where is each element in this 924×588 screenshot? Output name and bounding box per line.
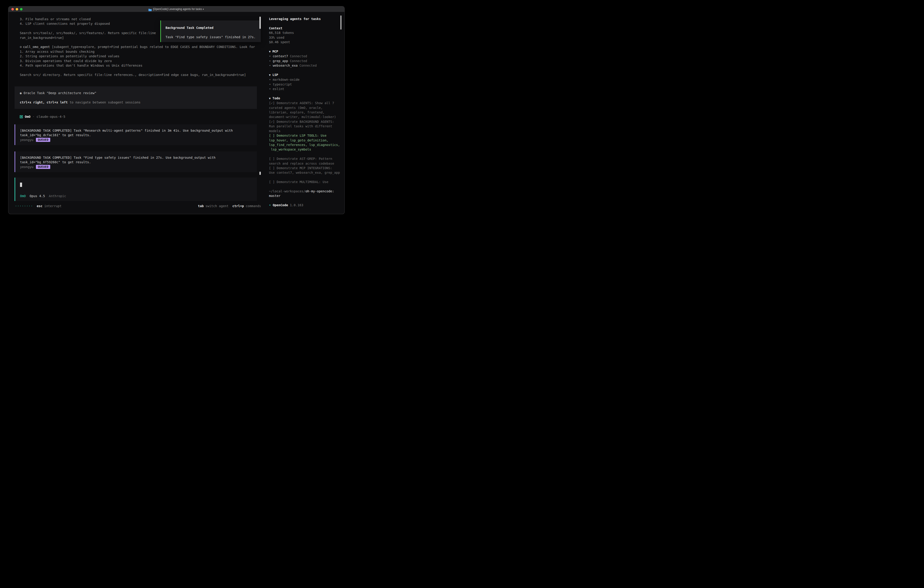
workspace-path: ~/local-workspaces/oh-my-opencode: [269,189,341,193]
todo-item: [✓] Demonstrate AGENTS: Show all 7 curat… [269,101,341,119]
ctrlp-key-label: commands [246,204,261,208]
bullet-icon: • [269,64,271,67]
agent-name: OmO [25,114,30,119]
bullet-icon: • [269,83,271,86]
folder-icon [148,8,152,10]
hint-text: to navigate between subagent sessions [68,101,140,104]
background-task-toast[interactable]: Background Task Completed Task "Find typ… [160,20,261,42]
bullet-icon: • [269,55,271,58]
bullet-icon: • [269,87,271,91]
input-meta-row: OmO Opus 4.5 Anthropic [20,194,252,198]
message-author: yeongyu [20,137,33,142]
tool-call-item: 2. String operations on potentially unde… [20,54,257,58]
input-model-name: Opus 4.5 [30,194,45,198]
collapse-triangle-icon [269,50,272,53]
chat-scrollbar-thumb[interactable] [259,17,261,29]
mcp-item: •context7Connected [269,54,341,58]
mcp-item: •grep_appConnected [269,59,341,63]
tool-call-line: call_omo_agent [subagent_type=explore, p… [20,45,257,49]
workspace-branch: master [269,193,341,198]
collapse-triangle-icon [269,96,272,100]
bullet-icon: • [269,59,271,63]
esc-key-label: interrupt [45,204,62,208]
gear-icon [20,45,23,49]
prompt-input[interactable]: OmO Opus 4.5 Anthropic [15,178,257,201]
close-button[interactable] [12,8,14,10]
tool-call-item: 3. Division operations that could divide… [20,59,257,63]
todo-item: [ ] Demonstrate MCP INTEGRATIONS: Use co… [269,166,341,175]
chat-scrollbar-thumb-bottom[interactable] [259,172,261,175]
tool-call-item: 1. Array access without bounds checking [20,50,257,54]
tab-key-label: switch agent [206,204,228,208]
sidebar-scrollbar-thumb[interactable] [340,15,342,30]
input-provider-name: Anthropic [49,194,66,198]
ctrlp-key-hint: ctrl+p [233,204,244,208]
traffic-lights [12,8,23,10]
status-badge: QUEUED [36,138,50,142]
text-cursor [20,183,22,187]
oracle-task-panel[interactable]: ◉ Oracle Task "Deep architecture review"… [15,86,257,109]
context-heading: Context [269,26,341,30]
bullet-icon: • [269,78,271,81]
session-sidebar: Leveraging agents for tasks Context 66,5… [265,12,345,214]
window-content: 3. File handles or streams not closed 4.… [8,12,345,214]
todo-item: [✓] Demonstrate BACKGROUND AGENTS: Run p… [269,119,341,133]
message-text: [BACKGROUND TASK COMPLETED] Task "Find t… [20,155,252,160]
app-version-footer: •OpenCode1.0.163 [269,203,341,207]
toast-body: Task "Find type safety issues" finished … [165,35,261,39]
mcp-section-heading[interactable]: MCP [269,49,341,54]
todo-section-heading[interactable]: Todo [269,96,341,101]
tab-key-hint: tab [198,204,204,208]
context-tokens: 66,518 tokens [269,30,341,35]
lsp-section-heading[interactable]: LSP [269,73,341,77]
main-panel: 3. File handles or streams not closed 4.… [8,12,265,214]
hint-keys: ctrl+x right, ctrl+x left [20,101,68,104]
collapse-triangle-icon [269,73,272,77]
message-text: task_id="bg_dcfac161" to get results. [20,133,252,137]
context-used: 33% used [269,35,341,40]
agent-square-icon [20,115,23,118]
window-title-text: [OpenCode] Leveraging agents for tasks ◐ [153,7,205,12]
toast-title: Background Task Completed [165,25,261,30]
tool-args: [subagent_type=explore, prompt=Find pote… [52,45,255,49]
tool-call-footer: Search src/ directory. Return specific f… [20,73,257,77]
tool-name: call_omo_agent [23,45,50,49]
message-block[interactable]: [BACKGROUND TASK COMPLETED] Task "Find t… [15,152,257,172]
window-title: [OpenCode] Leveraging agents for tasks ◐ [148,7,205,12]
mcp-item: •websearch_exaConnected [269,63,341,68]
agent-separator: · [33,114,34,119]
message-text: [BACKGROUND TASK COMPLETED] Task "Resear… [20,128,252,133]
agent-header: OmO · claude-opus-4-5 [20,114,257,119]
terminal-window: [OpenCode] Leveraging agents for tasks ◐… [8,7,345,214]
message-text: task_id="bg_6f59260c" to get results. [20,160,252,164]
spinner-dots-icon: ········ [15,204,33,208]
lsp-item: •typescript [269,82,341,87]
todo-item-active: [ ] Demonstrate LSP TOOLS: Use lsp_hover… [269,133,341,152]
session-title: Leveraging agents for tasks [269,17,341,21]
oracle-task-title: ◉ Oracle Task "Deep architecture review" [20,91,252,95]
message-author: yeongyu [20,165,33,169]
lsp-item: •eslint [269,87,341,91]
oracle-navigation-hint: ctrl+x right, ctrl+x left to navigate be… [20,100,252,105]
todo-item: [ ] Demonstrate MULTIMODAL: Use [269,180,341,184]
esc-key-hint: esc [36,204,42,208]
status-badge: QUEUED [36,165,50,169]
agent-model: claude-opus-4-5 [36,114,65,119]
zoom-button[interactable] [20,8,23,10]
window-titlebar[interactable]: [OpenCode] Leveraging agents for tasks ◐ [8,7,345,12]
tool-call-item: 4. Path operations that don't handle Win… [20,63,257,68]
context-spent: $0.46 spent [269,40,341,45]
message-meta: yeongyu QUEUED [20,137,252,142]
status-bar: ········ esc interrupt tab switch agent … [15,204,261,208]
message-block[interactable]: [BACKGROUND TASK COMPLETED] Task "Resear… [15,124,257,145]
todo-item: [ ] Demonstrate AST-GREP: Pattern search… [269,157,341,166]
input-agent-name: OmO [20,194,26,198]
lsp-item: •markdown-oxide [269,77,341,82]
bullet-icon: • [269,203,271,207]
minimize-button[interactable] [16,8,18,10]
message-meta: yeongyu QUEUED [20,165,252,169]
